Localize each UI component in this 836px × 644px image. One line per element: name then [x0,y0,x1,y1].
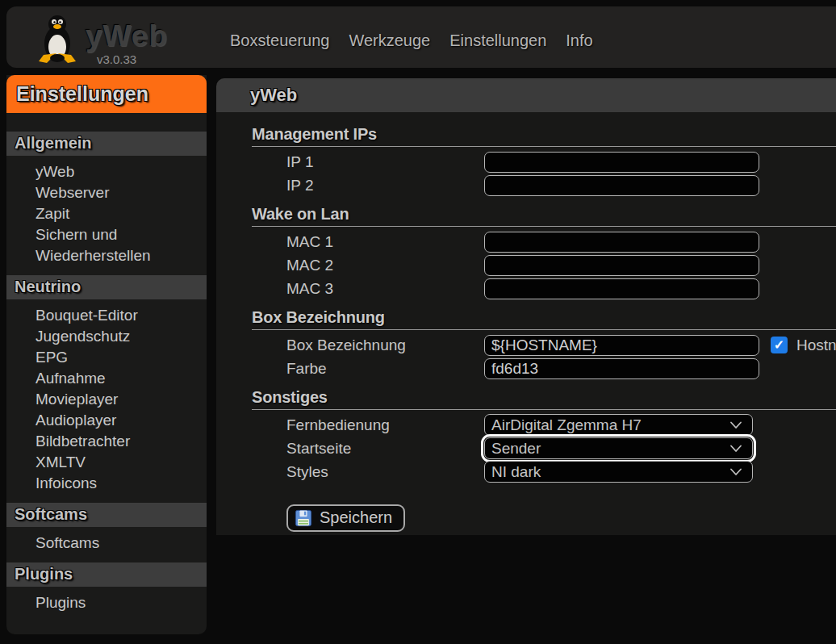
form-row: StartseiteSender [252,438,836,458]
chevron-down-icon [729,421,742,429]
sidebar-section-items: Plugins [6,587,207,622]
form-row: MAC 3 [252,278,836,299]
sidebar-section-items: Bouquet-EditorJugendschutzEPGAufnahmeMov… [6,299,207,503]
text-input-box-bezeichnung[interactable] [484,335,759,356]
select-value: AirDigital Zgemma H7 [491,416,642,434]
sidebar-item-xmltv[interactable]: XMLTV [36,452,207,473]
sidebar-item-softcams[interactable]: Softcams [36,533,207,554]
sidebar-item-bildbetrachter[interactable]: Bildbetrachter [36,431,207,452]
sidebar-item-sichern-und-wiederherstellen[interactable]: Sichern und Wiederherstellen [36,224,207,266]
sidebar-spacer [6,113,207,132]
sidebar-item-infoicons[interactable]: Infoicons [36,473,207,494]
form-section-title: Management IPs [252,125,836,147]
select-styles[interactable]: NI dark [484,461,753,483]
chevron-down-icon [729,468,742,476]
sidebar-item-bouquet-editor[interactable]: Bouquet-Editor [36,305,207,326]
sidebar-section-plugins: Plugins [6,562,207,587]
settings-sidebar: Einstellungen AllgemeinyWebWebserverZapi… [6,75,207,634]
top-bar: yWeb v3.0.33 BoxsteuerungWerkzeugeEinste… [6,6,836,68]
nav-item-einstellungen[interactable]: Einstellungen [449,31,546,50]
select-fernbedienung[interactable]: AirDigital Zgemma H7 [484,414,753,436]
nav-item-werkzeuge[interactable]: Werkzeuge [349,31,430,50]
form-section-title: Sonstiges [252,388,836,410]
floppy-disk-icon [295,509,312,527]
save-button[interactable]: Speichern [286,504,405,532]
content-title: yWeb [216,78,836,112]
form-row: Farbe [252,358,836,378]
text-input-ip-2[interactable] [484,175,759,196]
hostname-checkbox[interactable]: ✓ [771,337,788,353]
select-value: NI dark [491,463,541,481]
sidebar-item-epg[interactable]: EPG [36,347,207,368]
tux-penguin-icon [36,13,79,68]
sidebar-item-aufnahme[interactable]: Aufnahme [36,368,207,389]
hostname-checkbox-label: Hostname [796,337,836,354]
text-input-mac-2[interactable] [484,255,759,276]
save-button-label: Speichern [320,508,392,527]
app-version: v3.0.33 [97,52,136,66]
sidebar-section-neutrino: Neutrino [6,275,207,299]
text-input-mac-3[interactable] [484,278,759,299]
form-row: FernbedienungAirDigital Zgemma H7 [252,415,836,435]
text-input-farbe[interactable] [484,358,759,379]
main-nav: BoxsteuerungWerkzeugeEinstellungenInfo [230,31,593,50]
text-input-mac-1[interactable] [484,232,759,253]
nav-item-info[interactable]: Info [566,31,592,50]
sidebar-section-items: yWebWebserverZapitSichern und Wiederhers… [6,156,207,275]
form-row: IP 2 [252,175,836,195]
field-label: MAC 2 [286,257,484,274]
sidebar-section-softcams: Softcams [6,503,207,527]
sidebar-item-webserver[interactable]: Webserver [36,182,207,203]
field-label: Styles [286,463,484,481]
sidebar-section-items: Softcams [6,527,207,562]
field-label: Startseite [286,440,484,458]
form-row: MAC 2 [252,255,836,275]
form-row: Box Bezeichnung✓Hostname [252,335,836,355]
sidebar-item-audioplayer[interactable]: Audioplayer [36,410,207,431]
form-section-title: Box Bezeichnung [252,308,836,330]
form-row: MAC 1 [252,232,836,252]
sidebar-item-zapit[interactable]: Zapit [36,203,207,224]
field-label: Box Bezeichnung [286,337,484,354]
nav-item-boxsteuerung[interactable]: Boxsteuerung [230,31,329,50]
sidebar-item-yweb[interactable]: yWeb [36,161,207,182]
sidebar-title: Einstellungen [6,75,207,113]
select-value: Sender [491,440,541,458]
field-label: MAC 1 [286,233,484,251]
chevron-down-icon [729,445,742,453]
field-label: Farbe [286,360,484,378]
form-row: IP 1 [252,152,836,172]
form-section-title: Wake on Lan [252,205,836,227]
select-startseite[interactable]: Sender [484,437,753,459]
field-label: IP 2 [286,177,484,194]
content-panel: yWeb Management IPsIP 1IP 2Wake on LanMA… [216,78,836,535]
form-row: StylesNI dark [252,462,836,482]
field-label: IP 1 [286,153,484,171]
sidebar-item-movieplayer[interactable]: Movieplayer [36,389,207,410]
field-label: MAC 3 [286,280,484,298]
app-logo-text: yWeb [86,19,168,53]
sidebar-item-plugins[interactable]: Plugins [36,592,207,613]
text-input-ip-1[interactable] [484,152,759,173]
sidebar-item-jugendschutz[interactable]: Jugendschutz [36,326,207,347]
sidebar-section-allgemein: Allgemein [6,132,207,156]
field-label: Fernbedienung [286,416,484,434]
